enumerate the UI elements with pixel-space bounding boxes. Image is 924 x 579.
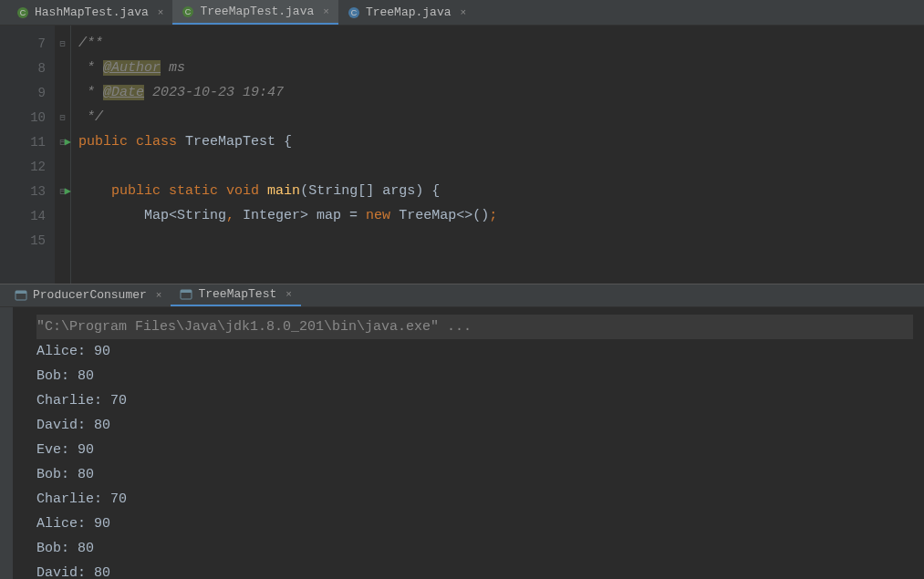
console-tab[interactable]: TreeMapTest× <box>171 284 300 306</box>
line-number[interactable]: 10 <box>0 105 55 129</box>
code-area[interactable]: /** * @Author ms * @Date 2023-10-23 19:4… <box>71 26 924 284</box>
java-class-icon: C <box>16 6 29 19</box>
svg-rect-7 <box>16 291 26 294</box>
close-icon[interactable]: × <box>156 290 162 301</box>
console-tabs: ProducerConsumer×TreeMapTest× <box>0 284 924 307</box>
svg-text:C: C <box>185 7 192 16</box>
line-number[interactable]: 14 <box>0 203 55 228</box>
editor-tab-label: HashMapTest.java <box>35 5 149 19</box>
close-icon[interactable]: × <box>158 7 164 18</box>
fold-marker <box>55 56 70 80</box>
console-output-line: Charlie: 70 <box>36 388 913 413</box>
line-number[interactable]: 13▶ <box>0 179 55 203</box>
editor-tab[interactable]: CTreeMapTest.java× <box>172 0 337 25</box>
fold-marker[interactable]: ⊟ <box>55 105 70 129</box>
svg-text:C: C <box>351 8 358 17</box>
console-command-line: "C:\Program Files\Java\jdk1.8.0_201\bin\… <box>36 315 913 339</box>
editor-tab-label: TreeMapTest.java <box>200 5 314 18</box>
comment-end: */ <box>78 109 103 125</box>
console-output-line: Bob: 80 <box>36 536 913 561</box>
line-number[interactable]: 9 <box>0 80 55 105</box>
close-icon[interactable]: × <box>286 289 292 300</box>
editor-tab[interactable]: CHashMapTest.java× <box>7 0 172 25</box>
editor-tab[interactable]: CTreeMap.java× <box>338 0 475 25</box>
java-class-icon: C <box>182 5 194 18</box>
svg-rect-9 <box>181 290 192 293</box>
editor-tab-label: TreeMap.java <box>366 5 452 19</box>
line-number-gutter: 7891011▶1213▶1415 <box>0 26 55 284</box>
run-gutter-icon[interactable]: ▶ <box>65 184 71 198</box>
fold-marker <box>55 228 70 253</box>
fold-marker <box>55 80 70 105</box>
line-number[interactable]: 11▶ <box>0 129 55 154</box>
console-tab-label: ProducerConsumer <box>33 288 147 302</box>
console-output-line: David: 80 <box>36 561 913 580</box>
console-output-line: David: 80 <box>36 413 913 438</box>
run-config-icon <box>15 289 27 302</box>
console-output-line: Eve: 90 <box>36 438 913 462</box>
close-icon[interactable]: × <box>323 6 329 17</box>
line-number[interactable]: 8 <box>0 56 55 80</box>
console-tab[interactable]: ProducerConsumer× <box>5 284 171 306</box>
fold-column: ⊟⊟⊟⊟ <box>55 26 71 284</box>
close-icon[interactable]: × <box>461 7 467 18</box>
console-output-line: Bob: 80 <box>36 364 913 388</box>
console-output[interactable]: "C:\Program Files\Java\jdk1.8.0_201\bin\… <box>0 307 924 580</box>
console-output-line: Bob: 80 <box>36 462 913 487</box>
console-output-line: Charlie: 70 <box>36 487 913 512</box>
fold-marker[interactable]: ⊟ <box>55 31 70 56</box>
run-config-icon <box>180 288 192 301</box>
comment-start: /** <box>78 36 103 51</box>
fold-marker <box>55 203 70 228</box>
javadoc-date-tag: @Date <box>103 85 144 100</box>
console-output-line: Alice: 90 <box>36 512 913 536</box>
editor-pane: 7891011▶1213▶1415 ⊟⊟⊟⊟ /** * @Author ms … <box>0 26 924 284</box>
svg-text:C: C <box>20 8 26 17</box>
line-number[interactable]: 12 <box>0 154 55 179</box>
editor-tabs: CHashMapTest.java×CTreeMapTest.java×CTre… <box>0 0 924 26</box>
console-output-line: Alice: 90 <box>36 339 913 364</box>
javadoc-author-tag: @Author <box>103 60 161 76</box>
line-number[interactable]: 7 <box>0 31 55 56</box>
line-number[interactable]: 15 <box>0 228 55 253</box>
fold-marker <box>55 154 70 179</box>
run-gutter-icon[interactable]: ▶ <box>65 135 71 149</box>
console-tab-label: TreeMapTest <box>198 287 276 301</box>
java-lib-class-icon: C <box>348 6 360 19</box>
